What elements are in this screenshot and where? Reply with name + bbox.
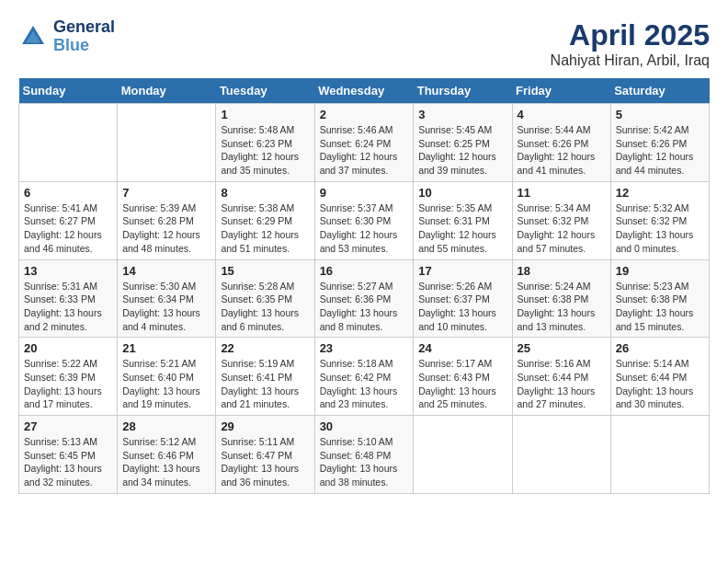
day-number: 22 [221,341,309,355]
calendar-cell: 6Sunrise: 5:41 AM Sunset: 6:27 PM Daylig… [19,181,118,259]
calendar-cell [414,416,512,494]
day-number: 8 [221,186,309,200]
day-info: Sunrise: 5:28 AM Sunset: 6:35 PM Dayligh… [221,280,309,334]
calendar-week-1: 1Sunrise: 5:48 AM Sunset: 6:23 PM Daylig… [19,104,710,182]
calendar-cell: 3Sunrise: 5:45 AM Sunset: 6:25 PM Daylig… [414,104,512,182]
calendar-subtitle: Nahiyat Hiran, Arbil, Iraq [551,52,710,69]
calendar-cell: 25Sunrise: 5:16 AM Sunset: 6:44 PM Dayli… [512,338,610,416]
weekday-header-wednesday: Wednesday [314,78,414,104]
day-number: 2 [320,108,409,121]
calendar-cell: 17Sunrise: 5:26 AM Sunset: 6:37 PM Dayli… [414,259,512,338]
calendar-cell: 18Sunrise: 5:24 AM Sunset: 6:38 PM Dayli… [512,259,610,338]
day-number: 16 [320,264,409,278]
calendar-cell: 2Sunrise: 5:46 AM Sunset: 6:24 PM Daylig… [314,104,414,182]
day-number: 6 [24,186,112,200]
weekday-header-tuesday: Tuesday [216,78,314,104]
day-number: 24 [418,341,506,355]
day-info: Sunrise: 5:44 AM Sunset: 6:26 PM Dayligh… [518,123,606,178]
day-info: Sunrise: 5:13 AM Sunset: 6:45 PM Dayligh… [24,435,112,489]
day-info: Sunrise: 5:17 AM Sunset: 6:43 PM Dayligh… [418,357,506,411]
day-info: Sunrise: 5:39 AM Sunset: 6:28 PM Dayligh… [122,201,210,256]
day-info: Sunrise: 5:24 AM Sunset: 6:38 PM Dayligh… [518,280,606,334]
day-number: 10 [418,186,506,200]
calendar-cell: 23Sunrise: 5:18 AM Sunset: 6:42 PM Dayli… [314,338,414,416]
calendar-cell [610,416,709,494]
day-number: 20 [24,341,112,355]
day-number: 9 [320,186,409,200]
day-number: 13 [24,264,112,278]
day-number: 12 [616,186,704,200]
day-info: Sunrise: 5:18 AM Sunset: 6:42 PM Dayligh… [320,357,409,411]
day-info: Sunrise: 5:34 AM Sunset: 6:32 PM Dayligh… [518,201,606,256]
day-info: Sunrise: 5:21 AM Sunset: 6:40 PM Dayligh… [122,357,210,411]
calendar-table: SundayMondayTuesdayWednesdayThursdayFrid… [18,78,710,494]
day-number: 18 [518,264,606,278]
calendar-cell [512,416,610,494]
calendar-cell: 16Sunrise: 5:27 AM Sunset: 6:36 PM Dayli… [314,259,414,338]
calendar-cell: 9Sunrise: 5:37 AM Sunset: 6:30 PM Daylig… [314,181,414,259]
day-info: Sunrise: 5:22 AM Sunset: 6:39 PM Dayligh… [24,357,112,411]
day-number: 29 [221,419,309,433]
title-block: April 2025 Nahiyat Hiran, Arbil, Iraq [551,18,710,69]
calendar-cell: 12Sunrise: 5:32 AM Sunset: 6:32 PM Dayli… [610,181,709,259]
calendar-title: April 2025 [551,18,710,52]
day-number: 30 [320,419,409,433]
day-info: Sunrise: 5:19 AM Sunset: 6:41 PM Dayligh… [221,357,309,411]
weekday-header-row: SundayMondayTuesdayWednesdayThursdayFrid… [19,78,710,104]
day-info: Sunrise: 5:37 AM Sunset: 6:30 PM Dayligh… [320,201,409,256]
calendar-week-2: 6Sunrise: 5:41 AM Sunset: 6:27 PM Daylig… [19,181,710,259]
calendar-cell [19,104,118,182]
weekday-header-saturday: Saturday [610,78,709,104]
day-info: Sunrise: 5:16 AM Sunset: 6:44 PM Dayligh… [518,357,606,411]
weekday-header-monday: Monday [118,78,216,104]
calendar-week-3: 13Sunrise: 5:31 AM Sunset: 6:33 PM Dayli… [19,259,710,338]
day-number: 19 [616,264,704,278]
day-number: 1 [221,108,309,121]
calendar-cell: 7Sunrise: 5:39 AM Sunset: 6:28 PM Daylig… [118,181,216,259]
day-info: Sunrise: 5:30 AM Sunset: 6:34 PM Dayligh… [122,280,210,334]
weekday-header-sunday: Sunday [19,78,118,104]
day-info: Sunrise: 5:38 AM Sunset: 6:29 PM Dayligh… [221,201,309,256]
day-number: 28 [122,419,210,433]
day-info: Sunrise: 5:35 AM Sunset: 6:31 PM Dayligh… [418,201,506,256]
calendar-cell: 30Sunrise: 5:10 AM Sunset: 6:48 PM Dayli… [314,416,414,494]
day-number: 26 [616,341,704,355]
day-number: 23 [320,341,409,355]
day-info: Sunrise: 5:41 AM Sunset: 6:27 PM Dayligh… [24,201,112,256]
logo: General Blue [18,18,115,55]
day-info: Sunrise: 5:32 AM Sunset: 6:32 PM Dayligh… [616,201,704,256]
day-info: Sunrise: 5:45 AM Sunset: 6:25 PM Dayligh… [418,123,506,178]
calendar-cell: 4Sunrise: 5:44 AM Sunset: 6:26 PM Daylig… [512,104,610,182]
weekday-header-friday: Friday [512,78,610,104]
calendar-cell: 5Sunrise: 5:42 AM Sunset: 6:26 PM Daylig… [610,104,709,182]
calendar-cell: 10Sunrise: 5:35 AM Sunset: 6:31 PM Dayli… [414,181,512,259]
day-number: 3 [418,108,506,121]
day-number: 5 [616,108,704,121]
day-info: Sunrise: 5:27 AM Sunset: 6:36 PM Dayligh… [320,280,409,334]
day-number: 21 [122,341,210,355]
day-number: 25 [518,341,606,355]
calendar-cell: 1Sunrise: 5:48 AM Sunset: 6:23 PM Daylig… [216,104,314,182]
day-info: Sunrise: 5:12 AM Sunset: 6:46 PM Dayligh… [122,435,210,489]
day-info: Sunrise: 5:11 AM Sunset: 6:47 PM Dayligh… [221,435,309,489]
calendar-cell: 20Sunrise: 5:22 AM Sunset: 6:39 PM Dayli… [19,338,118,416]
calendar-cell: 14Sunrise: 5:30 AM Sunset: 6:34 PM Dayli… [118,259,216,338]
calendar-cell: 15Sunrise: 5:28 AM Sunset: 6:35 PM Dayli… [216,259,314,338]
day-number: 27 [24,419,112,433]
calendar-cell: 13Sunrise: 5:31 AM Sunset: 6:33 PM Dayli… [19,259,118,338]
calendar-cell: 8Sunrise: 5:38 AM Sunset: 6:29 PM Daylig… [216,181,314,259]
day-info: Sunrise: 5:31 AM Sunset: 6:33 PM Dayligh… [24,280,112,334]
calendar-cell: 19Sunrise: 5:23 AM Sunset: 6:38 PM Dayli… [610,259,709,338]
calendar-cell [118,104,216,182]
logo-text: General Blue [53,18,115,55]
day-info: Sunrise: 5:42 AM Sunset: 6:26 PM Dayligh… [616,123,704,178]
calendar-cell: 22Sunrise: 5:19 AM Sunset: 6:41 PM Dayli… [216,338,314,416]
day-number: 14 [122,264,210,278]
weekday-header-thursday: Thursday [414,78,512,104]
day-number: 17 [418,264,506,278]
calendar-cell: 28Sunrise: 5:12 AM Sunset: 6:46 PM Dayli… [118,416,216,494]
calendar-cell: 24Sunrise: 5:17 AM Sunset: 6:43 PM Dayli… [414,338,512,416]
page-header: General Blue April 2025 Nahiyat Hiran, A… [18,18,710,69]
calendar-week-5: 27Sunrise: 5:13 AM Sunset: 6:45 PM Dayli… [19,416,710,494]
calendar-week-4: 20Sunrise: 5:22 AM Sunset: 6:39 PM Dayli… [19,338,710,416]
